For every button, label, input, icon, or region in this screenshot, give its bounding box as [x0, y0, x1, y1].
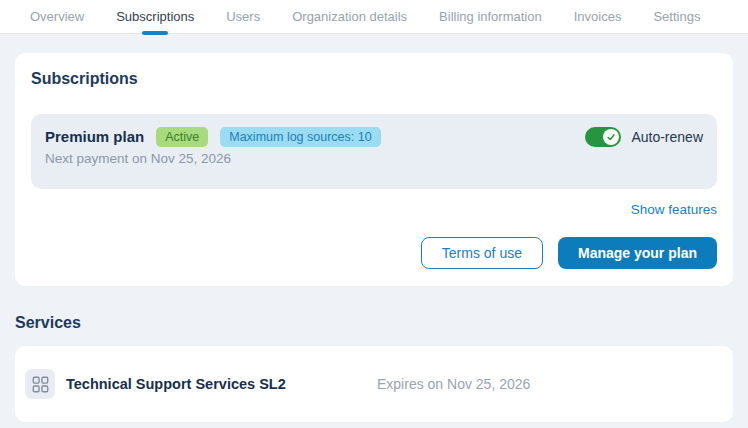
tab-billing-information[interactable]: Billing information: [439, 0, 542, 34]
tab-subscriptions-label: Subscriptions: [116, 9, 194, 24]
log-sources-badge: Maximum log sources: 10: [220, 127, 380, 147]
plan-panel: Premium plan Active Maximum log sources:…: [31, 114, 717, 189]
services-heading: Services: [15, 313, 733, 332]
service-expiry: Expires on Nov 25, 2026: [377, 376, 530, 392]
plan-name: Premium plan: [45, 127, 144, 147]
tab-invoices[interactable]: Invoices: [574, 0, 622, 34]
active-tab-underline: [142, 31, 168, 35]
tab-bar: Overview Subscriptions Users Organizatio…: [0, 0, 748, 34]
show-features-link[interactable]: Show features: [631, 201, 717, 218]
plan-status-badge: Active: [156, 127, 208, 147]
tab-users[interactable]: Users: [226, 0, 260, 34]
toggle-check-icon: [603, 129, 619, 145]
tab-subscriptions[interactable]: Subscriptions: [116, 0, 194, 34]
features-row: Show features: [31, 201, 717, 218]
services-card: Technical Support Services SL2 Expires o…: [15, 346, 733, 422]
tab-organization-details[interactable]: Organization details: [292, 0, 407, 34]
plan-actions: Terms of use Manage your plan: [31, 237, 717, 269]
service-name: Technical Support Services SL2: [66, 376, 377, 392]
subscriptions-card: Subscriptions Premium plan Active Maximu…: [15, 53, 733, 286]
tab-settings[interactable]: Settings: [653, 0, 700, 34]
plan-row: Premium plan Active Maximum log sources:…: [45, 127, 703, 147]
grid-icon: [25, 369, 55, 399]
terms-of-use-button[interactable]: Terms of use: [421, 237, 543, 269]
auto-renew-toggle[interactable]: [585, 127, 621, 147]
main-content: Subscriptions Premium plan Active Maximu…: [0, 34, 748, 422]
auto-renew-label: Auto-renew: [631, 129, 703, 145]
manage-plan-button[interactable]: Manage your plan: [558, 237, 717, 269]
subscriptions-heading: Subscriptions: [31, 69, 717, 88]
next-payment-text: Next payment on Nov 25, 2026: [45, 151, 703, 166]
tab-overview[interactable]: Overview: [30, 0, 84, 34]
